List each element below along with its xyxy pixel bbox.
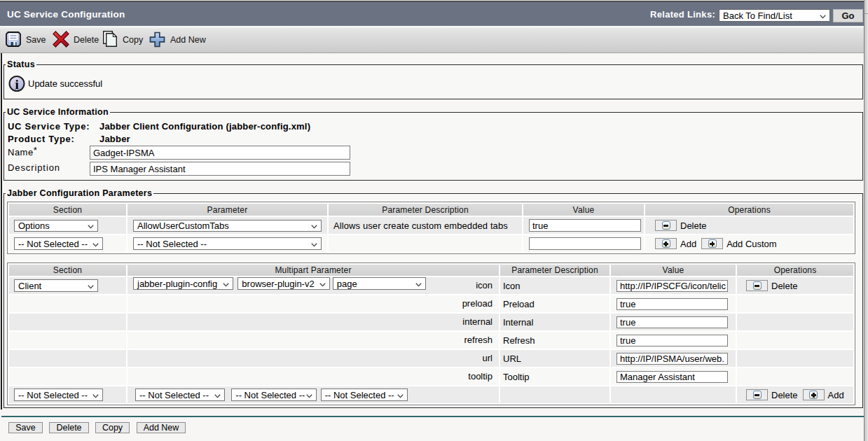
svg-text:i: i xyxy=(15,77,19,92)
